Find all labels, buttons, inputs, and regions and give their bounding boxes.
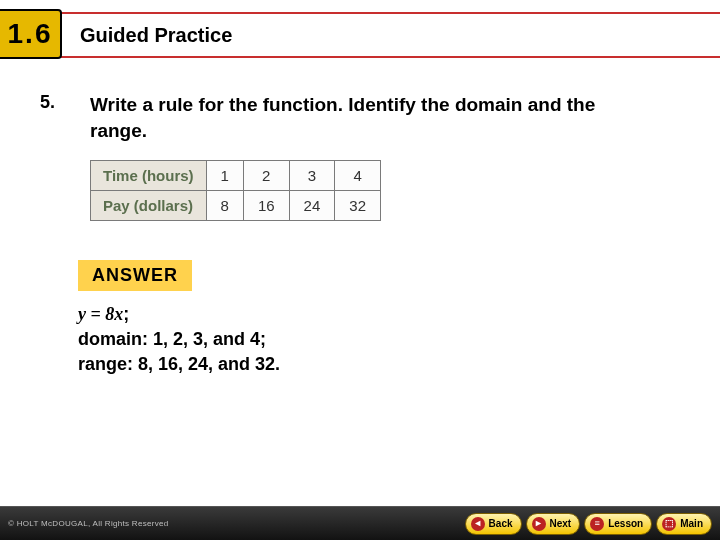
next-label: Next — [550, 518, 572, 529]
cell: 8 — [206, 191, 243, 221]
slide: 1.6 Guided Practice 5. Write a rule for … — [0, 0, 720, 506]
header-bar: 1.6 Guided Practice — [0, 12, 720, 58]
cell: 1 — [206, 161, 243, 191]
data-table: Time (hours) 1 2 3 4 Pay (dollars) 8 16 … — [90, 160, 381, 221]
main-label: Main — [680, 518, 703, 529]
question-number: 5. — [40, 92, 55, 113]
cell: 16 — [243, 191, 289, 221]
table-row: Pay (dollars) 8 16 24 32 — [91, 191, 381, 221]
answer-range: range: 8, 16, 24, and 32. — [78, 354, 280, 374]
main-icon: ⬚ — [662, 517, 676, 531]
answer-domain: domain: 1, 2, 3, and 4; — [78, 329, 266, 349]
cell: 24 — [289, 191, 335, 221]
cell: 4 — [335, 161, 381, 191]
arrow-left-icon: ◄ — [471, 517, 485, 531]
header-title: Guided Practice — [80, 24, 232, 47]
back-button[interactable]: ◄ Back — [465, 513, 522, 535]
lesson-icon: ≡ — [590, 517, 604, 531]
cell: 3 — [289, 161, 335, 191]
next-button[interactable]: ► Next — [526, 513, 581, 535]
question-prompt: Write a rule for the function. Identify … — [90, 92, 650, 143]
arrow-right-icon: ► — [532, 517, 546, 531]
row-header-time: Time (hours) — [91, 161, 207, 191]
footer-bar: © HOLT McDOUGAL, All Rights Reserved ◄ B… — [0, 506, 720, 540]
back-label: Back — [489, 518, 513, 529]
lesson-label: Lesson — [608, 518, 643, 529]
answer-rule: y = 8x; — [78, 304, 129, 324]
cell: 2 — [243, 161, 289, 191]
row-header-pay: Pay (dollars) — [91, 191, 207, 221]
main-button[interactable]: ⬚ Main — [656, 513, 712, 535]
lesson-button[interactable]: ≡ Lesson — [584, 513, 652, 535]
section-badge: 1.6 — [0, 9, 62, 59]
table-row: Time (hours) 1 2 3 4 — [91, 161, 381, 191]
copyright-text: © HOLT McDOUGAL, All Rights Reserved — [8, 519, 461, 528]
cell: 32 — [335, 191, 381, 221]
answer-label: ANSWER — [78, 260, 192, 291]
answer-body: y = 8x; domain: 1, 2, 3, and 4; range: 8… — [78, 302, 280, 378]
